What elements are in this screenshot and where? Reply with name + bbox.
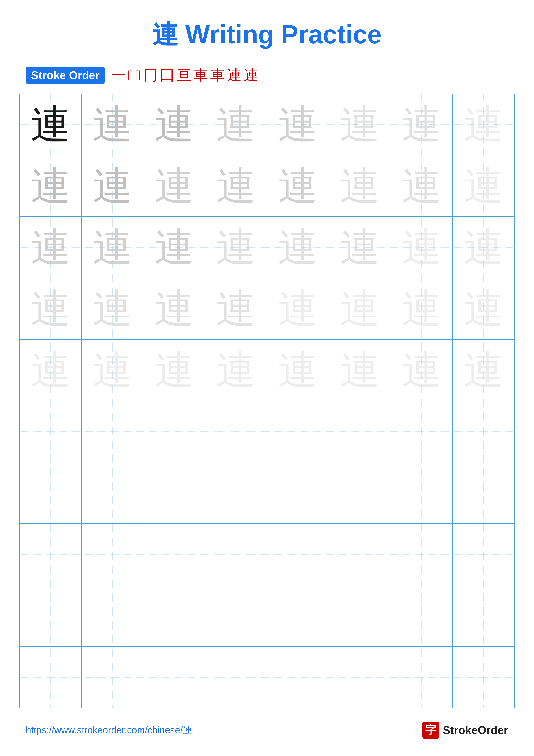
grid-cell[interactable]: 連 bbox=[391, 155, 453, 217]
grid-cell-empty[interactable] bbox=[205, 401, 267, 462]
grid-cell[interactable]: 連 bbox=[81, 155, 143, 217]
grid-cell[interactable]: 連 bbox=[143, 155, 205, 217]
grid-cell[interactable]: 連 bbox=[391, 217, 453, 278]
practice-char: 連 bbox=[340, 225, 380, 269]
grid-cell[interactable]: 連 bbox=[453, 94, 514, 155]
grid-cell[interactable]: 連 bbox=[205, 278, 267, 339]
practice-char: 連 bbox=[154, 348, 194, 392]
grid-cell-empty[interactable] bbox=[143, 585, 205, 647]
grid-cell[interactable]: 連 bbox=[81, 94, 143, 155]
grid-cell[interactable]: 連 bbox=[205, 94, 267, 155]
grid-cell[interactable]: 連 bbox=[20, 155, 81, 217]
grid-cell-empty[interactable] bbox=[267, 524, 329, 585]
grid-cell-empty[interactable] bbox=[391, 647, 453, 708]
grid-cell-empty[interactable] bbox=[143, 462, 205, 524]
grid-cell[interactable]: 連 bbox=[329, 155, 391, 217]
grid-cell-empty[interactable] bbox=[329, 647, 391, 708]
stroke-char-7: 車 bbox=[193, 65, 208, 85]
stroke-char-8: 車 bbox=[210, 65, 225, 85]
grid-cell-empty[interactable] bbox=[81, 462, 143, 524]
grid-cell[interactable]: 連 bbox=[391, 339, 453, 401]
practice-char: 連 bbox=[464, 225, 503, 269]
grid-cell[interactable]: 連 bbox=[81, 278, 143, 339]
stroke-char-6: 亘 bbox=[177, 65, 191, 85]
grid-cell-empty[interactable] bbox=[20, 462, 81, 524]
grid-cell-empty[interactable] bbox=[391, 401, 453, 462]
grid-cell-empty[interactable] bbox=[453, 524, 514, 585]
footer-url[interactable]: https://www.strokeorder.com/chinese/連 bbox=[26, 724, 192, 737]
grid-cell-empty[interactable] bbox=[453, 401, 514, 462]
grid-cell-empty[interactable] bbox=[453, 462, 514, 524]
grid-cell[interactable]: 連 bbox=[205, 217, 267, 278]
grid-cell[interactable]: 連 bbox=[267, 339, 329, 401]
grid-cell-empty[interactable] bbox=[453, 647, 514, 708]
grid-cell[interactable]: 連 bbox=[391, 94, 453, 155]
practice-char: 連 bbox=[278, 102, 318, 147]
grid-cell[interactable]: 連 bbox=[391, 278, 453, 339]
practice-char: 連 bbox=[92, 286, 132, 331]
grid-cell-empty[interactable] bbox=[391, 524, 453, 585]
grid-cell[interactable]: 連 bbox=[453, 278, 514, 339]
grid-cell-empty[interactable] bbox=[329, 401, 391, 462]
grid-cell[interactable]: 連 bbox=[267, 94, 329, 155]
grid-cell[interactable]: 連 bbox=[267, 155, 329, 217]
grid-cell-empty[interactable] bbox=[329, 462, 391, 524]
grid-cell[interactable]: 連 bbox=[205, 155, 267, 217]
practice-char: 連 bbox=[402, 286, 442, 331]
grid-cell[interactable]: 連 bbox=[453, 217, 514, 278]
stroke-char-3: 𠃋 bbox=[136, 67, 141, 84]
grid-cell[interactable]: 連 bbox=[20, 94, 81, 155]
grid-cell[interactable]: 連 bbox=[143, 278, 205, 339]
grid-cell-empty[interactable] bbox=[81, 647, 143, 708]
grid-cell[interactable]: 連 bbox=[143, 94, 205, 155]
grid-cell[interactable]: 連 bbox=[143, 217, 205, 278]
practice-char: 連 bbox=[31, 348, 70, 392]
grid-cell-empty[interactable] bbox=[20, 401, 81, 462]
grid-cell-empty[interactable] bbox=[143, 401, 205, 462]
grid-cell-empty[interactable] bbox=[329, 585, 391, 647]
grid-cell[interactable]: 連 bbox=[453, 339, 514, 401]
grid-cell[interactable]: 連 bbox=[329, 278, 391, 339]
grid-cell-empty[interactable] bbox=[391, 462, 453, 524]
grid-cell[interactable]: 連 bbox=[329, 217, 391, 278]
grid-cell-empty[interactable] bbox=[20, 647, 81, 708]
grid-cell-empty[interactable] bbox=[20, 585, 81, 647]
grid-cell[interactable]: 連 bbox=[205, 339, 267, 401]
grid-cell-empty[interactable] bbox=[143, 524, 205, 585]
grid-cell-empty[interactable] bbox=[205, 524, 267, 585]
grid-cell-empty[interactable] bbox=[81, 585, 143, 647]
grid-cell-empty[interactable] bbox=[329, 524, 391, 585]
grid-cell-empty[interactable] bbox=[267, 647, 329, 708]
grid-cell-empty[interactable] bbox=[20, 524, 81, 585]
grid-cell-empty[interactable] bbox=[205, 647, 267, 708]
grid-cell-empty[interactable] bbox=[267, 585, 329, 647]
grid-cell[interactable]: 連 bbox=[453, 155, 514, 217]
grid-cell-empty[interactable] bbox=[267, 401, 329, 462]
practice-char: 連 bbox=[92, 348, 132, 392]
grid-cell[interactable]: 連 bbox=[20, 217, 81, 278]
grid-cell-empty[interactable] bbox=[81, 401, 143, 462]
practice-char: 連 bbox=[278, 225, 318, 269]
grid-cell[interactable]: 連 bbox=[267, 217, 329, 278]
grid-cell-empty[interactable] bbox=[205, 585, 267, 647]
practice-char: 連 bbox=[216, 102, 256, 147]
grid-cell[interactable]: 連 bbox=[81, 217, 143, 278]
practice-char: 連 bbox=[31, 286, 70, 331]
grid-table: 連 連 連 連 連 連 連 連 連 連 連 連 連 連 連 連 連 連 連 連 … bbox=[19, 94, 515, 708]
grid-cell-empty[interactable] bbox=[205, 462, 267, 524]
grid-cell-empty[interactable] bbox=[453, 585, 514, 647]
practice-char: 連 bbox=[278, 286, 318, 331]
grid-cell-empty[interactable] bbox=[81, 524, 143, 585]
grid-cell[interactable]: 連 bbox=[20, 278, 81, 339]
stroke-order-chars: 一 𠃌 𠃋 冂 囗 亘 車 車 連 連 bbox=[111, 65, 259, 85]
grid-cell[interactable]: 連 bbox=[143, 339, 205, 401]
grid-cell[interactable]: 連 bbox=[329, 94, 391, 155]
grid-cell[interactable]: 連 bbox=[81, 339, 143, 401]
grid-cell[interactable]: 連 bbox=[267, 278, 329, 339]
grid-row-empty-4 bbox=[20, 585, 514, 647]
grid-cell[interactable]: 連 bbox=[329, 339, 391, 401]
grid-cell-empty[interactable] bbox=[143, 647, 205, 708]
grid-cell-empty[interactable] bbox=[391, 585, 453, 647]
grid-cell-empty[interactable] bbox=[267, 462, 329, 524]
grid-cell[interactable]: 連 bbox=[20, 339, 81, 401]
